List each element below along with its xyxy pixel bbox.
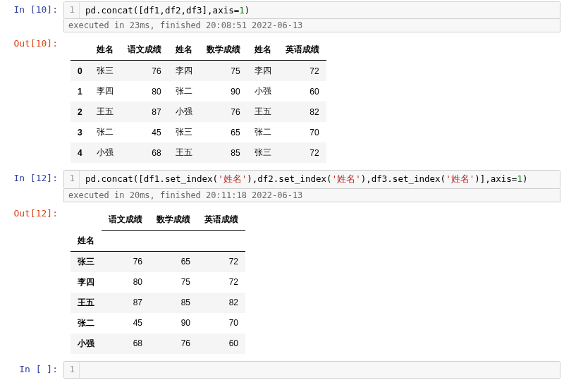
cell: 60 xyxy=(278,81,326,102)
out-prompt: Out[12]: xyxy=(4,205,63,219)
execution-info: executed in 20ms, finished 20:11:18 2022… xyxy=(63,189,560,202)
code-line[interactable]: pd.concat([df1,df2,df3],axis=1) xyxy=(80,2,560,18)
table-row: 3 张二 45 张三 65 张二 70 xyxy=(70,122,326,142)
output-cell-12: Out[12]: 语文成绩 数学成绩 英语成绩 姓名 张三 xyxy=(0,204,564,360)
cell: 80 xyxy=(102,272,149,293)
input-cell-empty: In [ ]: 1 xyxy=(0,360,564,380)
code-token: pd.concat([df1.set_index( xyxy=(85,173,218,184)
cell: 小强 xyxy=(168,102,200,122)
index-name: 姓名 xyxy=(70,231,102,252)
row-index: 4 xyxy=(70,142,90,163)
row-index: 2 xyxy=(70,102,90,122)
code-token: )],axis= xyxy=(474,173,517,184)
code-token: ) xyxy=(522,173,528,184)
cell: 68 xyxy=(102,333,149,354)
table-row: 李四 80 75 72 xyxy=(70,272,245,293)
cell: 张三 xyxy=(168,122,200,142)
cell: 76 xyxy=(149,333,197,354)
empty-header xyxy=(102,231,149,252)
cell: 张三 xyxy=(90,61,121,82)
code-token-string: '姓名' xyxy=(218,173,247,184)
code-line[interactable]: pd.concat([df1.set_index('姓名'),df2.set_i… xyxy=(80,171,560,188)
col-header: 语文成绩 xyxy=(102,209,149,231)
cell: 张三 xyxy=(247,142,278,163)
out-prompt: Out[10]: xyxy=(4,35,63,49)
cell: 70 xyxy=(278,122,326,142)
code-area: 1 pd.concat([df1.set_index('姓名'),df2.set… xyxy=(63,170,560,202)
cell: 82 xyxy=(197,293,245,313)
cell: 87 xyxy=(102,293,149,313)
table-row: 王五 87 85 82 xyxy=(70,293,245,313)
cell: 65 xyxy=(200,122,247,142)
code-editor[interactable]: 1 pd.concat([df1.set_index('姓名'),df2.set… xyxy=(63,170,560,189)
row-index: 小强 xyxy=(70,333,102,354)
input-cell-10: In [10]: 1 pd.concat([df1,df2,df3],axis=… xyxy=(0,0,564,34)
line-number: 1 xyxy=(64,171,80,188)
cell: 王五 xyxy=(168,142,200,163)
cell: 76 xyxy=(102,251,149,272)
cell: 65 xyxy=(149,251,197,272)
cell: 72 xyxy=(197,272,245,293)
line-number: 1 xyxy=(64,362,80,378)
code-area: 1 xyxy=(63,361,560,379)
cell: 张二 xyxy=(90,122,121,142)
cell: 张二 xyxy=(168,81,200,102)
row-index: 1 xyxy=(70,81,90,102)
table-head: 姓名 语文成绩 姓名 数学成绩 姓名 英语成绩 xyxy=(70,39,326,61)
code-editor[interactable]: 1 pd.concat([df1,df2,df3],axis=1) xyxy=(63,1,560,19)
cell: 76 xyxy=(200,102,247,122)
line-number: 1 xyxy=(64,2,80,18)
col-header: 语文成绩 xyxy=(121,39,168,61)
cell: 70 xyxy=(197,313,245,333)
table-head: 语文成绩 数学成绩 英语成绩 姓名 xyxy=(70,209,245,251)
cell: 72 xyxy=(278,142,326,163)
in-prompt: In [10]: xyxy=(4,1,63,15)
row-index: 张三 xyxy=(70,251,102,272)
header-row: 语文成绩 数学成绩 英语成绩 xyxy=(70,209,245,231)
table-body: 0 张三 76 李四 75 李四 72 1 李四 80 张二 90 小强 60 xyxy=(70,61,326,164)
row-index: 王五 xyxy=(70,293,102,313)
code-token: ) xyxy=(245,5,250,16)
cell: 80 xyxy=(121,81,168,102)
cell: 张二 xyxy=(247,122,278,142)
cell: 90 xyxy=(149,313,197,333)
code-editor[interactable]: 1 xyxy=(63,361,560,379)
col-header xyxy=(70,39,90,61)
cell: 小强 xyxy=(247,81,278,102)
execution-info: executed in 23ms, finished 20:08:51 2022… xyxy=(63,19,560,32)
col-header xyxy=(70,209,102,231)
code-token: ),df3.set_index( xyxy=(361,173,446,184)
code-token: ),df2.set_index( xyxy=(247,173,331,184)
row-index: 张二 xyxy=(70,313,102,333)
cell: 45 xyxy=(102,313,149,333)
cell: 68 xyxy=(121,142,168,163)
dataframe-table: 姓名 语文成绩 姓名 数学成绩 姓名 英语成绩 0 张三 76 李四 75 李四… xyxy=(70,39,326,163)
header-row: 姓名 语文成绩 姓名 数学成绩 姓名 英语成绩 xyxy=(70,39,326,61)
cell: 小强 xyxy=(90,142,121,163)
cell: 76 xyxy=(121,61,168,82)
cell: 72 xyxy=(278,61,326,82)
table-row: 张二 45 90 70 xyxy=(70,313,245,333)
cell: 75 xyxy=(200,61,247,82)
code-token: pd.concat([df1,df2,df3],axis= xyxy=(85,5,239,16)
cell: 75 xyxy=(149,272,197,293)
cell: 90 xyxy=(200,81,247,102)
code-token-number: 1 xyxy=(517,173,522,184)
row-index: 3 xyxy=(70,122,90,142)
table-row: 2 王五 87 小强 76 王五 82 xyxy=(70,102,326,122)
cell: 王五 xyxy=(90,102,121,122)
cell: 85 xyxy=(149,293,197,313)
table-row: 张三 76 65 72 xyxy=(70,251,245,272)
code-token-string: '姓名' xyxy=(446,173,474,184)
cell: 82 xyxy=(278,102,326,122)
code-line[interactable] xyxy=(80,362,560,378)
table-row: 小强 68 76 60 xyxy=(70,333,245,354)
empty-header xyxy=(149,231,197,252)
col-header: 姓名 xyxy=(168,39,200,61)
col-header: 姓名 xyxy=(247,39,278,61)
col-header: 英语成绩 xyxy=(197,209,245,231)
code-token-number: 1 xyxy=(239,5,245,16)
cell: 李四 xyxy=(247,61,278,82)
cell: 85 xyxy=(200,142,247,163)
index-name-row: 姓名 xyxy=(70,231,245,252)
